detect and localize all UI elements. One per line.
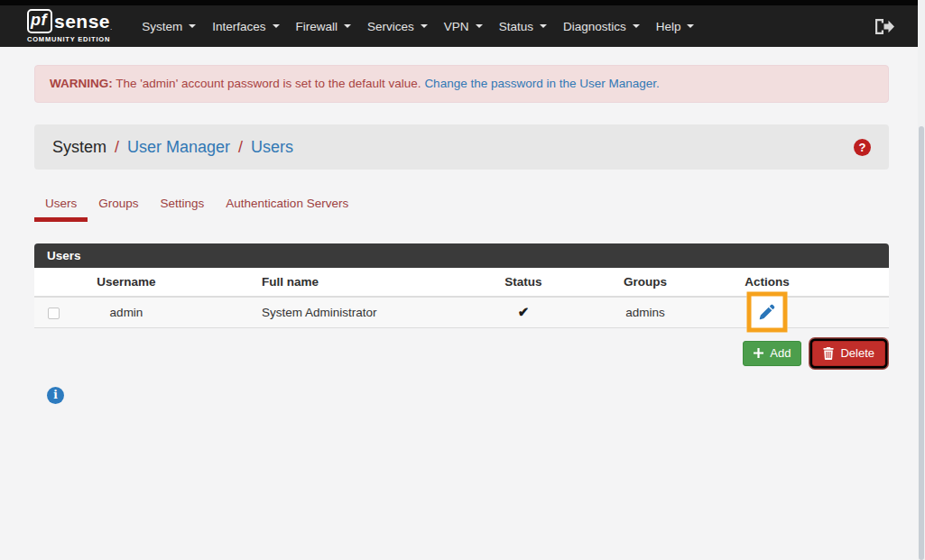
breadcrumb-separator: / (238, 138, 243, 157)
nav-item-services[interactable]: Services (359, 12, 436, 41)
default-password-warning-banner: WARNING: The 'admin' account password is… (34, 65, 889, 103)
edit-user-button[interactable] (760, 305, 775, 320)
nav-item-vpn[interactable]: VPN (436, 12, 491, 41)
header-groups: Groups (578, 268, 713, 297)
breadcrumb-separator: / (115, 138, 119, 157)
cell-select (34, 297, 72, 327)
cell-fullname: System Administrator (180, 297, 469, 327)
nav-item-diagnostics[interactable]: Diagnostics (555, 12, 648, 41)
logo-edition-text: COMMUNITY EDITION (27, 35, 112, 43)
users-table: Username Full name Status Groups Actions… (34, 268, 889, 328)
nav-item-label: System (142, 20, 182, 33)
tab-settings[interactable]: Settings (150, 188, 216, 222)
tab-label: Settings (161, 197, 205, 210)
nav-item-label: VPN (444, 20, 469, 33)
tab-authentication-servers[interactable]: Authentication Servers (215, 188, 359, 222)
delete-user-button[interactable]: Delete (812, 341, 885, 366)
chevron-down-icon (540, 24, 547, 28)
add-button-label: Add (770, 346, 791, 360)
scrollbar-track[interactable] (918, 0, 925, 560)
main-navbar: pf sense . COMMUNITY EDITION System Inte… (0, 5, 918, 47)
row-checkbox[interactable] (48, 308, 60, 319)
sign-out-icon (875, 19, 894, 34)
chevron-down-icon (687, 24, 694, 28)
nav-item-help[interactable]: Help (648, 12, 703, 41)
breadcrumb-link-users[interactable]: Users (251, 138, 293, 157)
nav-item-label: Interfaces (212, 20, 265, 33)
nav-item-label: Firewall (296, 20, 338, 33)
chevron-down-icon (189, 24, 196, 28)
nav-item-label: Help (656, 20, 681, 33)
pfsense-logo[interactable]: pf sense . COMMUNITY EDITION (27, 9, 112, 43)
check-icon: ✔ (518, 304, 530, 319)
warning-prefix: WARNING: (50, 77, 113, 90)
info-icon[interactable]: i (47, 387, 64, 404)
cell-groups: admins (578, 297, 713, 327)
pencil-icon (760, 305, 775, 320)
nav-item-label: Diagnostics (563, 20, 626, 33)
navbar-menu: System Interfaces Firewall Services VPN … (134, 12, 702, 41)
panel-title: Users (34, 243, 889, 268)
change-password-link[interactable]: Change the password in the User Manager. (424, 77, 659, 90)
nav-item-interfaces[interactable]: Interfaces (204, 12, 287, 41)
users-panel: Users Username Full name Status Groups A… (34, 243, 889, 328)
table-row: admin System Administrator ✔ admins (34, 297, 889, 327)
help-icon[interactable]: ? (854, 139, 871, 156)
logout-button[interactable] (875, 19, 894, 34)
pfsense-logo-main: pf sense . (27, 9, 112, 33)
breadcrumb-section: System (52, 138, 106, 157)
breadcrumb: System / User Manager / Users ? (34, 124, 889, 170)
logo-trademark-dot: . (110, 23, 112, 32)
chevron-down-icon (476, 24, 483, 28)
cell-actions (713, 297, 821, 327)
tab-label: Users (45, 197, 77, 210)
chevron-down-icon (633, 24, 640, 28)
main-content: WARNING: The 'admin' account password is… (34, 65, 889, 404)
annotation-highlight-box (747, 292, 788, 333)
tab-users[interactable]: Users (34, 188, 88, 222)
header-select (34, 268, 72, 297)
info-glyph: i (53, 389, 58, 401)
page: pf sense . COMMUNITY EDITION System Inte… (0, 0, 918, 404)
plus-icon (754, 348, 763, 358)
nav-item-system[interactable]: System (134, 12, 204, 41)
logo-pf-badge: pf (27, 9, 52, 33)
header-fullname: Full name (180, 268, 469, 297)
header-filler (821, 268, 889, 297)
nav-item-label: Status (499, 20, 533, 33)
delete-button-label: Delete (840, 346, 874, 360)
header-username: Username (72, 268, 180, 297)
header-status: Status (469, 268, 578, 297)
tab-label: Authentication Servers (226, 197, 348, 210)
nav-item-label: Services (367, 20, 414, 33)
logo-sense-text: sense (54, 11, 110, 32)
tab-bar: Users Groups Settings Authentication Ser… (34, 188, 889, 222)
action-button-row: Add Delete (34, 340, 889, 367)
warning-text: The 'admin' account password is set to t… (116, 77, 421, 90)
trash-icon (823, 347, 834, 360)
cell-status: ✔ (469, 297, 578, 327)
nav-item-status[interactable]: Status (491, 12, 555, 41)
chevron-down-icon (421, 24, 428, 28)
scrollbar-thumb[interactable] (919, 126, 924, 560)
tab-label: Groups (98, 197, 138, 210)
chevron-down-icon (273, 24, 280, 28)
add-user-button[interactable]: Add (743, 341, 801, 366)
cell-username: admin (72, 297, 180, 327)
nav-item-firewall[interactable]: Firewall (288, 12, 360, 41)
tab-groups[interactable]: Groups (88, 188, 149, 222)
chevron-down-icon (344, 24, 351, 28)
cell-filler (821, 297, 889, 327)
breadcrumb-link-user-manager[interactable]: User Manager (127, 138, 230, 157)
help-glyph: ? (859, 141, 866, 154)
